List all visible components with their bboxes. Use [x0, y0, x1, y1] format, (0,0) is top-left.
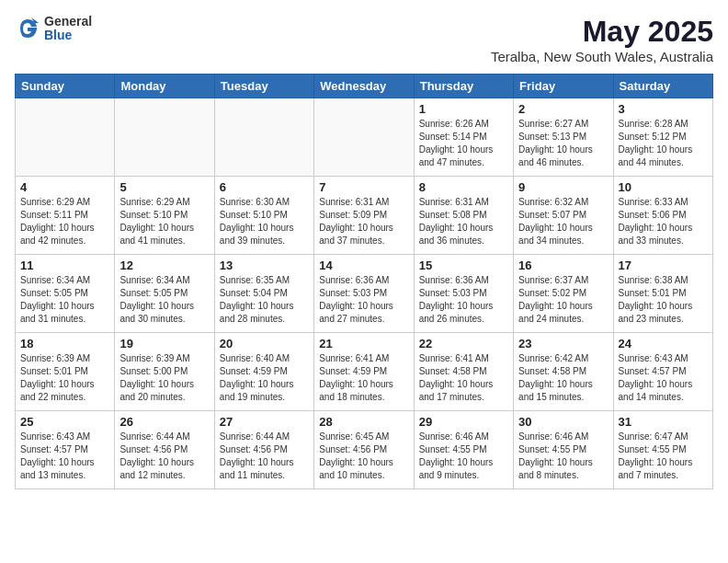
- calendar-cell: 15Sunrise: 6:36 AM Sunset: 5:03 PM Dayli…: [414, 255, 513, 333]
- calendar-cell: 29Sunrise: 6:46 AM Sunset: 4:55 PM Dayli…: [414, 411, 513, 489]
- day-number: 23: [518, 337, 608, 350]
- logo: General Blue: [15, 15, 92, 43]
- calendar-cell: 17Sunrise: 6:38 AM Sunset: 5:01 PM Dayli…: [613, 255, 712, 333]
- logo-text: General Blue: [44, 15, 92, 43]
- day-info: Sunrise: 6:37 AM Sunset: 5:02 PM Dayligh…: [518, 274, 608, 326]
- day-number: 21: [319, 337, 408, 350]
- day-info: Sunrise: 6:30 AM Sunset: 5:10 PM Dayligh…: [220, 196, 309, 247]
- week-row-3: 11Sunrise: 6:34 AM Sunset: 5:05 PM Dayli…: [16, 255, 713, 333]
- logo-blue: Blue: [44, 29, 92, 42]
- day-info: Sunrise: 6:27 AM Sunset: 5:13 PM Dayligh…: [518, 118, 608, 169]
- day-number: 1: [419, 102, 508, 116]
- calendar-cell: 5Sunrise: 6:29 AM Sunset: 5:10 PM Daylig…: [115, 177, 214, 255]
- week-row-2: 4Sunrise: 6:29 AM Sunset: 5:11 PM Daylig…: [16, 177, 713, 255]
- day-number: 13: [220, 259, 309, 272]
- day-number: 31: [619, 415, 708, 429]
- calendar-cell: 1Sunrise: 6:26 AM Sunset: 5:14 PM Daylig…: [414, 98, 513, 177]
- day-info: Sunrise: 6:41 AM Sunset: 4:58 PM Dayligh…: [419, 352, 508, 404]
- day-info: Sunrise: 6:32 AM Sunset: 5:07 PM Dayligh…: [518, 196, 608, 247]
- calendar-cell: 23Sunrise: 6:42 AM Sunset: 4:58 PM Dayli…: [514, 333, 613, 411]
- day-info: Sunrise: 6:31 AM Sunset: 5:09 PM Dayligh…: [319, 196, 408, 247]
- calendar-cell: 8Sunrise: 6:31 AM Sunset: 5:08 PM Daylig…: [414, 177, 513, 255]
- day-info: Sunrise: 6:43 AM Sunset: 4:57 PM Dayligh…: [20, 431, 109, 482]
- logo-general: General: [44, 15, 92, 29]
- day-info: Sunrise: 6:34 AM Sunset: 5:05 PM Dayligh…: [20, 274, 109, 326]
- calendar-cell: 21Sunrise: 6:41 AM Sunset: 4:59 PM Dayli…: [314, 333, 414, 411]
- calendar-cell: 14Sunrise: 6:36 AM Sunset: 5:03 PM Dayli…: [314, 255, 414, 333]
- calendar-cell: 13Sunrise: 6:35 AM Sunset: 5:04 PM Dayli…: [214, 255, 313, 333]
- day-info: Sunrise: 6:34 AM Sunset: 5:05 PM Dayligh…: [119, 274, 209, 326]
- day-info: Sunrise: 6:44 AM Sunset: 4:56 PM Dayligh…: [119, 431, 209, 482]
- month-title: May 2025: [491, 15, 713, 49]
- calendar-cell: 18Sunrise: 6:39 AM Sunset: 5:01 PM Dayli…: [16, 333, 115, 411]
- day-info: Sunrise: 6:28 AM Sunset: 5:12 PM Dayligh…: [619, 118, 708, 169]
- calendar-cell: 30Sunrise: 6:46 AM Sunset: 4:55 PM Dayli…: [514, 411, 613, 489]
- day-number: 12: [119, 259, 209, 272]
- calendar-cell: 24Sunrise: 6:43 AM Sunset: 4:57 PM Dayli…: [613, 333, 712, 411]
- day-info: Sunrise: 6:26 AM Sunset: 5:14 PM Dayligh…: [419, 118, 508, 169]
- title-block: May 2025 Teralba, New South Wales, Austr…: [491, 15, 713, 64]
- day-info: Sunrise: 6:33 AM Sunset: 5:06 PM Dayligh…: [619, 196, 708, 247]
- day-info: Sunrise: 6:39 AM Sunset: 5:00 PM Dayligh…: [119, 352, 209, 404]
- day-info: Sunrise: 6:47 AM Sunset: 4:55 PM Dayligh…: [619, 431, 708, 482]
- week-row-5: 25Sunrise: 6:43 AM Sunset: 4:57 PM Dayli…: [16, 411, 713, 489]
- day-number: 19: [119, 337, 209, 350]
- day-info: Sunrise: 6:43 AM Sunset: 4:57 PM Dayligh…: [619, 352, 708, 404]
- day-info: Sunrise: 6:38 AM Sunset: 5:01 PM Dayligh…: [619, 274, 708, 326]
- day-number: 17: [619, 259, 708, 272]
- weekday-header-saturday: Saturday: [613, 75, 712, 98]
- calendar-cell: 3Sunrise: 6:28 AM Sunset: 5:12 PM Daylig…: [613, 98, 712, 177]
- day-info: Sunrise: 6:40 AM Sunset: 4:59 PM Dayligh…: [220, 352, 309, 404]
- day-info: Sunrise: 6:46 AM Sunset: 4:55 PM Dayligh…: [518, 431, 608, 482]
- day-info: Sunrise: 6:29 AM Sunset: 5:11 PM Dayligh…: [20, 196, 109, 247]
- day-number: 27: [220, 415, 309, 429]
- day-number: 24: [619, 337, 708, 350]
- day-info: Sunrise: 6:35 AM Sunset: 5:04 PM Dayligh…: [220, 274, 309, 326]
- day-info: Sunrise: 6:41 AM Sunset: 4:59 PM Dayligh…: [319, 352, 408, 404]
- day-number: 29: [419, 415, 508, 429]
- week-row-4: 18Sunrise: 6:39 AM Sunset: 5:01 PM Dayli…: [16, 333, 713, 411]
- day-number: 26: [119, 415, 209, 429]
- calendar-cell: 19Sunrise: 6:39 AM Sunset: 5:00 PM Dayli…: [115, 333, 214, 411]
- logo-icon: [15, 16, 40, 41]
- calendar-cell: 4Sunrise: 6:29 AM Sunset: 5:11 PM Daylig…: [16, 177, 115, 255]
- week-row-1: 1Sunrise: 6:26 AM Sunset: 5:14 PM Daylig…: [16, 98, 713, 177]
- day-info: Sunrise: 6:39 AM Sunset: 5:01 PM Dayligh…: [20, 352, 109, 404]
- page-header: General Blue May 2025 Teralba, New South…: [15, 15, 713, 64]
- day-info: Sunrise: 6:46 AM Sunset: 4:55 PM Dayligh…: [419, 431, 508, 482]
- weekday-header-monday: Monday: [115, 75, 214, 98]
- weekday-header-friday: Friday: [514, 75, 613, 98]
- calendar-cell: 6Sunrise: 6:30 AM Sunset: 5:10 PM Daylig…: [214, 177, 313, 255]
- calendar-cell: 16Sunrise: 6:37 AM Sunset: 5:02 PM Dayli…: [514, 255, 613, 333]
- weekday-header-tuesday: Tuesday: [214, 75, 313, 98]
- calendar-cell: 26Sunrise: 6:44 AM Sunset: 4:56 PM Dayli…: [115, 411, 214, 489]
- day-number: 4: [20, 180, 109, 194]
- day-number: 15: [419, 259, 508, 272]
- calendar-cell: 27Sunrise: 6:44 AM Sunset: 4:56 PM Dayli…: [214, 411, 313, 489]
- day-number: 22: [419, 337, 508, 350]
- day-number: 9: [518, 180, 608, 194]
- calendar-cell: 7Sunrise: 6:31 AM Sunset: 5:09 PM Daylig…: [314, 177, 414, 255]
- day-number: 18: [20, 337, 109, 350]
- day-number: 16: [518, 259, 608, 272]
- day-number: 3: [619, 102, 708, 116]
- day-number: 28: [319, 415, 408, 429]
- calendar-cell: 31Sunrise: 6:47 AM Sunset: 4:55 PM Dayli…: [613, 411, 712, 489]
- day-number: 20: [220, 337, 309, 350]
- calendar-cell: 25Sunrise: 6:43 AM Sunset: 4:57 PM Dayli…: [16, 411, 115, 489]
- calendar-cell: 2Sunrise: 6:27 AM Sunset: 5:13 PM Daylig…: [514, 98, 613, 177]
- day-number: 11: [20, 259, 109, 272]
- day-number: 2: [518, 102, 608, 116]
- day-info: Sunrise: 6:45 AM Sunset: 4:56 PM Dayligh…: [319, 431, 408, 482]
- day-number: 5: [119, 180, 209, 194]
- calendar-cell: 28Sunrise: 6:45 AM Sunset: 4:56 PM Dayli…: [314, 411, 414, 489]
- day-info: Sunrise: 6:36 AM Sunset: 5:03 PM Dayligh…: [319, 274, 408, 326]
- day-info: Sunrise: 6:29 AM Sunset: 5:10 PM Dayligh…: [119, 196, 209, 247]
- calendar-cell: [314, 98, 414, 177]
- day-number: 25: [20, 415, 109, 429]
- calendar-cell: [16, 98, 115, 177]
- day-info: Sunrise: 6:42 AM Sunset: 4:58 PM Dayligh…: [518, 352, 608, 404]
- day-info: Sunrise: 6:44 AM Sunset: 4:56 PM Dayligh…: [220, 431, 309, 482]
- calendar-cell: 22Sunrise: 6:41 AM Sunset: 4:58 PM Dayli…: [414, 333, 513, 411]
- day-info: Sunrise: 6:36 AM Sunset: 5:03 PM Dayligh…: [419, 274, 508, 326]
